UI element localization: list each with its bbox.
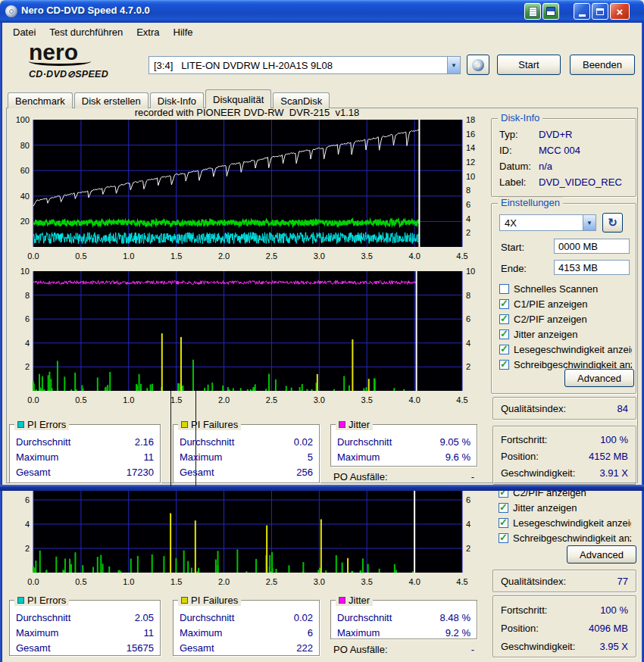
disc-icon — [472, 59, 484, 71]
start-position-field[interactable]: 0000 MB — [554, 239, 630, 254]
svg-text:4.5: 4.5 — [456, 577, 467, 586]
stats-group-pi-errors: PI ErrorsDurchschnitt2.05Maximum11Gesamt… — [9, 600, 161, 656]
progress-group: Fortschritt:100 %Position:4152 MBGeschwi… — [492, 426, 636, 485]
svg-text:40: 40 — [20, 192, 30, 201]
svg-text:6: 6 — [25, 495, 30, 504]
stat-row: Gesamt15675 — [10, 640, 160, 655]
drive-select-combo[interactable]: [3:4] LITE-ON DVDRW LH-20A1S 9L08 ▼ — [148, 56, 461, 74]
tab-disk-info[interactable]: Disk-Info — [150, 92, 204, 108]
svg-text:6: 6 — [466, 200, 470, 209]
disk-info-row: Datum:n/a — [492, 158, 636, 174]
checkbox-jitter-anzeigen[interactable]: Jitter anzeigen — [499, 326, 634, 342]
scan-speed-value: 4X — [500, 217, 583, 229]
advanced-button-2[interactable]: Advanced — [567, 545, 636, 564]
svg-text:2: 2 — [466, 362, 470, 371]
svg-text:2: 2 — [466, 544, 470, 553]
stats-group-title: Jitter — [336, 595, 373, 606]
stat-row: Durchschnitt0.02 — [174, 610, 319, 625]
checkbox2-lesegeschwindigkeit-anzeigen[interactable]: Lesegeschwindigkeit anzeigen — [499, 515, 633, 530]
chevron-down-icon[interactable]: ▼ — [583, 215, 596, 230]
checkbox-lesegeschwindigkeit-anzeigen[interactable]: Lesegeschwindigkeit anzeigen — [499, 342, 634, 357]
stats-group-title: Jitter — [336, 419, 373, 430]
svg-text:4.5: 4.5 — [456, 395, 467, 404]
checkbox-checked-icon — [499, 345, 509, 354]
checkbox-c2-pif-anzeigen[interactable]: C2/PIF anzeigen — [499, 311, 634, 326]
menu-datei[interactable]: Datei — [6, 24, 42, 40]
chevron-down-icon[interactable]: ▼ — [447, 57, 460, 73]
svg-text:4: 4 — [466, 520, 470, 529]
start-position-label: Start: — [501, 242, 524, 253]
title-bar[interactable]: Nero CD-DVD Speed 4.7.0.0 × — [0, 0, 644, 23]
scan-speed-combo[interactable]: 4X ▼ — [499, 214, 596, 231]
save-disk-icon — [546, 7, 555, 16]
advanced-button[interactable]: Advanced — [564, 369, 634, 387]
quality-index-value: 84 — [617, 403, 628, 414]
checkbox-c1-pie-anzeigen[interactable]: C1/PIE anzeigen — [499, 296, 634, 311]
report-button[interactable] — [524, 3, 541, 20]
menu-test-durchf-hren[interactable]: Test durchführen — [42, 24, 130, 40]
pi-errors-marker-icon — [17, 597, 24, 604]
checkbox-checked-icon — [499, 314, 509, 324]
svg-text:0.0: 0.0 — [27, 577, 39, 586]
tab-diskqualit-t[interactable]: Diskqualität — [205, 89, 271, 108]
svg-text:4.0: 4.0 — [408, 577, 420, 586]
svg-text:4: 4 — [25, 520, 30, 529]
nero-logo: nero CD·DVD⊘SPEED — [29, 42, 142, 80]
end-position-label: Ende: — [501, 263, 527, 274]
svg-text:16: 16 — [466, 130, 475, 139]
stats-group-pi-errors: PI ErrorsDurchschnitt2.16Maximum11Gesamt… — [9, 424, 161, 483]
checkbox2-schreibgeschwindigkeit-anzeigen[interactable]: Schreibgeschwindigkeit anzeigen — [499, 530, 633, 545]
tab-scandisk[interactable]: ScanDisk — [273, 92, 330, 108]
minimize-button[interactable] — [574, 3, 590, 20]
svg-text:60: 60 — [20, 166, 30, 175]
checkbox2-jitter-anzeigen[interactable]: Jitter anzeigen — [499, 500, 633, 515]
svg-text:2: 2 — [25, 362, 30, 371]
start-button[interactable]: Start — [497, 55, 561, 75]
quality-index-label: Qualitätsindex: — [501, 403, 566, 414]
quit-button[interactable]: Beenden — [570, 55, 635, 75]
quality-index-group: Qualitätsindex: 84 — [492, 397, 636, 420]
svg-text:6: 6 — [466, 314, 470, 323]
stats-group-title: PI Failures — [178, 595, 241, 606]
menu-hilfe[interactable]: Hilfe — [167, 24, 200, 40]
svg-text:4.5: 4.5 — [456, 251, 467, 261]
nero-logo-subtitle: CD·DVD⊘SPEED — [29, 68, 142, 80]
end-position-field[interactable]: 4153 MB — [554, 260, 630, 275]
maximize-icon — [596, 8, 604, 15]
checkbox-schnelles-scannen[interactable]: Schnelles Scannen — [499, 281, 634, 296]
stat-row: Gesamt222 — [174, 640, 319, 655]
info-row: Fortschritt:100 % — [493, 601, 636, 619]
scan-marker-artifact-line — [170, 391, 171, 486]
refresh-speeds-button[interactable]: ↻ — [602, 213, 623, 233]
svg-text:6: 6 — [466, 495, 470, 504]
stat-row: Maximum11 — [10, 449, 160, 464]
menu-extra[interactable]: Extra — [130, 24, 166, 40]
disk-info-row: Label:DVD_VIDEO_REC — [492, 174, 636, 190]
svg-text:1.5: 1.5 — [170, 251, 182, 261]
window-border-left — [0, 23, 2, 485]
close-button[interactable]: × — [610, 3, 630, 20]
save-results-button[interactable] — [542, 3, 559, 20]
svg-text:4.0: 4.0 — [408, 251, 420, 261]
checkbox-checked-icon — [499, 533, 508, 543]
checkbox-label: C1/PIE anzeigen — [514, 298, 588, 310]
checkbox-checked-icon — [499, 518, 508, 528]
tab-benchmark[interactable]: Benchmark — [8, 92, 73, 108]
stat-row: Durchschnitt2.05 — [10, 610, 160, 625]
main-window: Nero CD-DVD Speed 4.7.0.0 × DateiTest du… — [0, 0, 644, 485]
svg-text:14: 14 — [466, 143, 475, 152]
disc-info-button[interactable] — [467, 55, 489, 75]
tab-disk-erstellen[interactable]: Disk erstellen — [74, 92, 148, 108]
svg-text:2: 2 — [466, 228, 470, 237]
svg-text:1.0: 1.0 — [123, 577, 134, 586]
svg-text:10: 10 — [466, 267, 475, 276]
svg-text:80: 80 — [20, 141, 30, 150]
disk-info-rows: Typ:DVD+RID:MCC 004Datum:n/aLabel:DVD_VI… — [492, 126, 636, 190]
jitter-marker-icon — [339, 421, 345, 428]
maximize-button[interactable] — [592, 3, 608, 20]
settings-title: Einstellungen — [498, 197, 563, 208]
svg-text:2: 2 — [25, 544, 30, 553]
drive-select-value: [3:4] LITE-ON DVDRW LH-20A1S 9L08 — [149, 60, 447, 71]
info-row: Fortschritt:100 % — [493, 431, 636, 448]
svg-text:3.5: 3.5 — [361, 395, 373, 404]
